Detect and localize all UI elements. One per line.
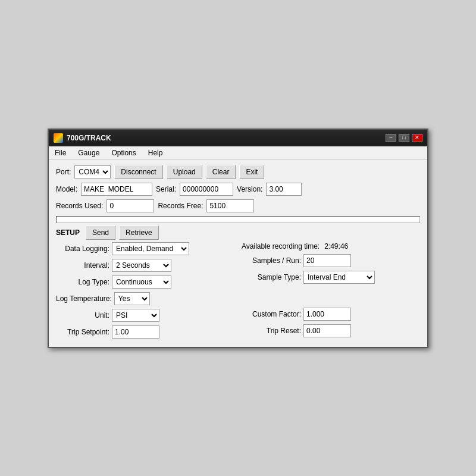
records-free-label: Records Free:	[158, 202, 203, 210]
unit-label: Unit:	[56, 311, 109, 320]
trip-setpoint-field[interactable]	[112, 325, 159, 339]
log-type-select[interactable]: Continuous Single Shot	[112, 275, 171, 289]
toolbar-row: Port: COM4 Disconnect Upload Clear Exit	[56, 165, 420, 179]
records-row: Records Used: Records Free:	[56, 199, 420, 212]
trip-setpoint-row: Trip Setpoint:	[56, 325, 234, 339]
menu-gauge[interactable]: Gauge	[74, 148, 103, 158]
log-type-label: Log Type:	[56, 278, 109, 286]
version-label: Version:	[237, 185, 262, 193]
samples-run-field[interactable]	[303, 254, 351, 267]
trip-reset-row: Trip Reset:	[242, 324, 420, 337]
trip-reset-label: Trip Reset:	[242, 327, 301, 335]
trip-reset-field[interactable]	[303, 324, 351, 337]
samples-run-row: Samples / Run:	[242, 254, 420, 267]
model-label: Model:	[56, 185, 77, 193]
sample-type-label: Sample Type:	[242, 273, 301, 281]
data-logging-row: Data Logging: Enabled, Demand Enabled, C…	[56, 242, 234, 255]
records-used-field[interactable]	[107, 199, 154, 212]
log-type-row: Log Type: Continuous Single Shot	[56, 275, 234, 289]
interval-label: Interval:	[56, 261, 109, 270]
upload-button[interactable]: Upload	[167, 165, 202, 179]
progress-bar-container	[56, 216, 420, 223]
clear-button[interactable]: Clear	[206, 165, 236, 179]
left-column: Data Logging: Enabled, Demand Enabled, C…	[56, 242, 234, 342]
trip-setpoint-label: Trip Setpoint:	[56, 328, 109, 336]
samples-run-label: Samples / Run:	[242, 256, 301, 265]
settings-grid: Data Logging: Enabled, Demand Enabled, C…	[56, 242, 420, 342]
device-info-row: Model: Serial: Version:	[56, 183, 420, 196]
menu-options[interactable]: Options	[108, 148, 139, 158]
send-button[interactable]: Send	[86, 226, 115, 240]
records-used-label: Records Used:	[56, 202, 103, 210]
data-logging-select[interactable]: Enabled, Demand Enabled, Continuous Disa…	[112, 242, 189, 255]
custom-factor-row: Custom Factor:	[242, 308, 420, 321]
exit-button[interactable]: Exit	[239, 165, 264, 179]
port-label: Port:	[56, 168, 71, 176]
close-button[interactable]: ✕	[412, 134, 422, 142]
available-time-label: Available recording time:	[242, 242, 320, 250]
unit-row: Unit: PSI Bar kPa MPa	[56, 309, 234, 322]
data-logging-label: Data Logging:	[56, 245, 109, 253]
available-time-value: 2:49:46	[324, 242, 348, 250]
right-column: Available recording time: 2:49:46 Sample…	[242, 242, 420, 342]
records-free-field[interactable]	[206, 199, 254, 212]
disconnect-button[interactable]: Disconnect	[114, 165, 162, 179]
port-select[interactable]: COM4	[74, 165, 111, 178]
unit-select[interactable]: PSI Bar kPa MPa	[112, 309, 159, 322]
interval-row: Interval: 1 Second 2 Seconds 5 Seconds 1…	[56, 259, 234, 272]
log-temp-label: Log Temperature:	[56, 295, 112, 303]
title-bar-left: 700G/TRACK	[54, 133, 111, 143]
log-temp-row: Log Temperature: Yes No	[56, 292, 234, 305]
custom-factor-field[interactable]	[303, 308, 351, 321]
serial-field[interactable]	[180, 183, 233, 196]
setup-row: SETUP Send Retrieve	[56, 226, 420, 240]
serial-label: Serial:	[156, 185, 176, 193]
minimize-button[interactable]: –	[386, 134, 396, 142]
sample-type-select[interactable]: Interval End Interval Start Average	[303, 271, 375, 284]
setup-label: SETUP	[56, 228, 80, 237]
menu-file[interactable]: File	[51, 148, 70, 158]
log-temp-select[interactable]: Yes No	[114, 292, 150, 305]
spacer-row	[242, 287, 420, 304]
retrieve-button[interactable]: Retrieve	[119, 226, 159, 240]
sample-type-row: Sample Type: Interval End Interval Start…	[242, 271, 420, 284]
interval-select[interactable]: 1 Second 2 Seconds 5 Seconds 10 Seconds …	[112, 259, 171, 272]
app-icon	[54, 133, 63, 143]
version-field[interactable]	[266, 183, 302, 196]
main-window: 700G/TRACK – □ ✕ File Gauge Options Help…	[48, 129, 428, 348]
custom-factor-label: Custom Factor:	[242, 310, 301, 318]
maximize-button[interactable]: □	[399, 134, 409, 142]
content-area: Port: COM4 Disconnect Upload Clear Exit …	[49, 160, 427, 347]
available-time-row: Available recording time: 2:49:46	[242, 242, 420, 250]
title-buttons: – □ ✕	[386, 134, 422, 142]
model-field[interactable]	[81, 183, 152, 196]
window-title: 700G/TRACK	[67, 134, 111, 142]
menu-help[interactable]: Help	[145, 148, 167, 158]
menu-bar: File Gauge Options Help	[49, 146, 427, 160]
title-bar: 700G/TRACK – □ ✕	[49, 130, 427, 146]
